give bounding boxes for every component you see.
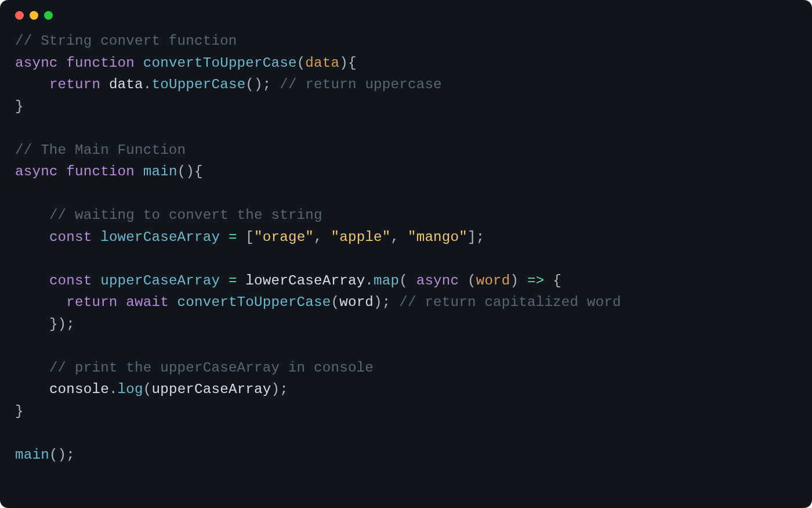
code-comment: // return capitalized word — [399, 294, 621, 310]
code-comment: // print the upperCaseArray in console — [49, 360, 374, 376]
code-string: "mango" — [408, 229, 467, 245]
code-punct: } — [15, 403, 24, 419]
code-string: "orage" — [254, 229, 314, 245]
code-editor-window: // String convert function async functio… — [0, 0, 812, 508]
code-param: word — [476, 273, 510, 289]
window-titlebar — [15, 0, 797, 30]
code-function-name: main — [143, 164, 177, 179]
code-punct: ( — [297, 55, 306, 71]
code-keyword: async — [15, 164, 58, 179]
code-method: log — [118, 381, 143, 397]
code-comment: // return uppercase — [280, 77, 442, 92]
code-keyword: async — [416, 273, 459, 289]
code-block[interactable]: // String convert function async functio… — [15, 30, 797, 466]
code-keyword: function — [66, 55, 135, 71]
code-comment: // The Main Function — [15, 142, 186, 158]
code-keyword: async — [15, 55, 58, 71]
code-keyword: const — [49, 273, 92, 289]
code-keyword: function — [66, 164, 135, 179]
code-punct: ){ — [339, 55, 356, 71]
code-identifier: data — [109, 77, 143, 92]
code-keyword: return — [49, 77, 100, 92]
code-identifier: lowerCaseArray — [100, 229, 220, 245]
minimize-icon[interactable] — [30, 11, 38, 20]
code-punct: } — [15, 99, 24, 114]
code-function-name: main — [15, 447, 49, 463]
close-icon[interactable] — [15, 11, 24, 20]
code-keyword: return — [66, 294, 117, 310]
code-method: toUpperCase — [151, 77, 245, 92]
maximize-icon[interactable] — [44, 11, 53, 20]
code-function-name: convertToUpperCase — [143, 55, 297, 71]
code-indent — [15, 77, 49, 92]
code-comment: // String convert function — [15, 33, 237, 49]
code-string: "apple" — [331, 229, 391, 245]
code-param: data — [305, 55, 339, 71]
code-comment: // waiting to convert the string — [49, 207, 322, 223]
code-function-name: convertToUpperCase — [177, 294, 331, 310]
code-identifier: upperCaseArray — [100, 273, 220, 289]
code-keyword: const — [49, 229, 92, 245]
code-method: map — [374, 273, 399, 289]
code-keyword: await — [126, 294, 169, 310]
